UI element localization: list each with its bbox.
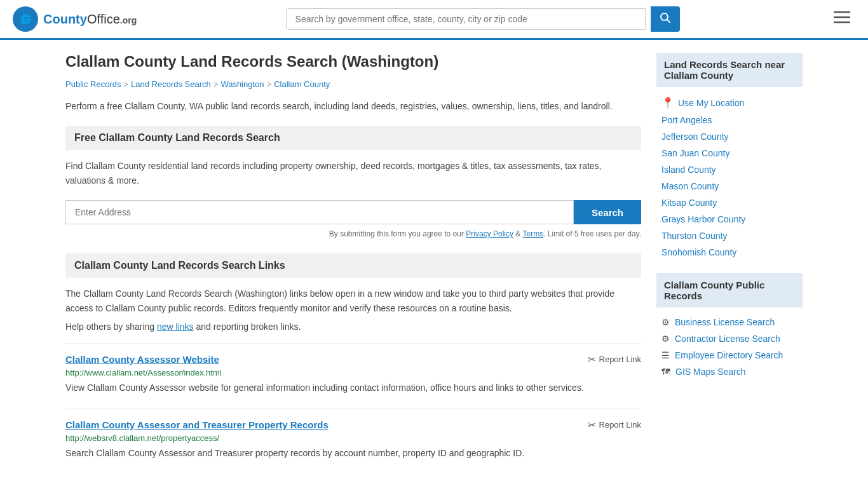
sidebar-item-san-juan-county[interactable]: San Juan County (656, 145, 803, 161)
sidebar-business-license[interactable]: ⚙ Business License Search (656, 314, 803, 330)
sidebar-contractor-license[interactable]: ⚙ Contractor License Search (656, 330, 803, 347)
jefferson-county-link[interactable]: Jefferson County (661, 132, 729, 142)
sidebar-nearby-header: Land Records Search near Clallam County (656, 53, 803, 87)
gear-icon-contractor: ⚙ (661, 334, 670, 344)
link-card-header-1: Clallam County Assessor Website ✂ Report… (65, 354, 641, 365)
sidebar-item-kitsap-county[interactable]: Kitsap County (656, 194, 803, 211)
sidebar-public-records-section: Clallam County Public Records ⚙ Business… (656, 273, 803, 380)
free-search-desc: Find Clallam County residential land rec… (65, 159, 641, 187)
sidebar-gis-maps[interactable]: 🗺 GIS Maps Search (656, 363, 803, 380)
menu-icon[interactable] (829, 8, 855, 30)
link-card-url-1: http://www.clallam.net/Assessor/index.ht… (65, 368, 641, 377)
share-note: Help others by sharing new links and rep… (65, 322, 641, 332)
sidebar-use-my-location[interactable]: 📍 Use My Location (656, 93, 803, 112)
link-card-assessor: Clallam County Assessor Website ✂ Report… (65, 343, 641, 395)
free-search-header: Free Clallam County Land Records Search (65, 126, 641, 150)
form-note: By submitting this form you agree to our… (65, 229, 641, 238)
terms-link[interactable]: Terms (522, 229, 543, 238)
links-section-header: Clallam County Land Records Search Links (65, 254, 641, 278)
island-county-link[interactable]: Island County (661, 165, 716, 175)
report-link-btn-1[interactable]: ✂ Report Link (588, 354, 641, 365)
svg-text:🌐: 🌐 (20, 14, 32, 25)
link-card-url-2: http://websrv8.clallam.net/propertyacces… (65, 433, 641, 443)
san-juan-county-link[interactable]: San Juan County (661, 148, 729, 158)
sidebar: Land Records Search near Clallam County … (656, 53, 803, 474)
snohomish-county-link[interactable]: Snohomish County (661, 247, 736, 257)
gis-maps-link[interactable]: GIS Maps Search (675, 367, 746, 377)
new-links-link[interactable]: new links (157, 322, 194, 332)
address-search-form: Search By submitting this form you agree… (65, 200, 641, 238)
header-search-area (286, 6, 680, 32)
sidebar-item-port-angeles[interactable]: Port Angeles (656, 112, 803, 128)
links-description: The Clallam County Land Records Search (… (65, 287, 641, 315)
sidebar-item-jefferson-county[interactable]: Jefferson County (656, 128, 803, 145)
sidebar-item-mason-county[interactable]: Mason County (656, 178, 803, 194)
sidebar-item-grays-harbor-county[interactable]: Grays Harbor County (656, 211, 803, 227)
grays-harbor-county-link[interactable]: Grays Harbor County (661, 214, 745, 224)
logo: 🌐 CountyOffice.org (13, 6, 137, 32)
sidebar-employee-directory[interactable]: ☰ Employee Directory Search (656, 347, 803, 363)
logo-icon: 🌐 (13, 6, 38, 32)
links-section: Clallam County Land Records Search Links… (65, 254, 641, 460)
sidebar-public-records-header: Clallam County Public Records (656, 273, 803, 308)
breadcrumb-land-records[interactable]: Land Records Search (131, 79, 211, 89)
main-content: Clallam County Land Records Search (Wash… (65, 53, 641, 474)
kitsap-county-link[interactable]: Kitsap County (661, 198, 717, 208)
breadcrumb: Public Records > Land Records Search > W… (65, 79, 641, 89)
employee-directory-link[interactable]: Employee Directory Search (675, 350, 783, 360)
link-card-title-1[interactable]: Clallam County Assessor Website (65, 354, 219, 365)
report-icon-2: ✂ (588, 419, 596, 431)
sidebar-item-snohomish-county[interactable]: Snohomish County (656, 244, 803, 261)
link-card-desc-1: View Clallam County Assessor website for… (65, 381, 641, 395)
page-container: Clallam County Land Records Search (Wash… (53, 40, 815, 487)
gear-icon-business: ⚙ (661, 317, 670, 327)
thurston-county-link[interactable]: Thurston County (661, 231, 728, 241)
breadcrumb-public-records[interactable]: Public Records (65, 79, 121, 89)
breadcrumb-clallam-county[interactable]: Clallam County (274, 79, 330, 89)
list-icon-employee: ☰ (661, 350, 670, 360)
logo-text: CountyOffice.org (43, 12, 137, 27)
header-search-input[interactable] (286, 8, 646, 30)
map-icon-gis: 🗺 (661, 367, 670, 377)
link-card-header-2: Clallam County Assessor and Treasurer Pr… (65, 419, 641, 431)
sidebar-item-island-county[interactable]: Island County (656, 161, 803, 178)
port-angeles-link[interactable]: Port Angeles (661, 115, 712, 125)
search-button[interactable]: Search (574, 200, 641, 224)
contractor-license-link[interactable]: Contractor License Search (675, 334, 780, 344)
report-link-btn-2[interactable]: ✂ Report Link (588, 419, 641, 431)
location-icon: 📍 (661, 97, 674, 109)
site-header: 🌐 CountyOffice.org (0, 0, 868, 40)
privacy-policy-link[interactable]: Privacy Policy (466, 229, 513, 238)
sidebar-nearby-section: Land Records Search near Clallam County … (656, 53, 803, 261)
address-input[interactable] (65, 200, 574, 224)
sidebar-item-thurston-county[interactable]: Thurston County (656, 227, 803, 244)
mason-county-link[interactable]: Mason County (661, 181, 719, 191)
page-title: Clallam County Land Records Search (Wash… (65, 53, 641, 71)
report-icon-1: ✂ (588, 354, 596, 365)
link-card-title-2[interactable]: Clallam County Assessor and Treasurer Pr… (65, 419, 329, 430)
business-license-link[interactable]: Business License Search (675, 317, 775, 327)
search-form-row: Search (65, 200, 641, 224)
header-search-button[interactable] (651, 6, 680, 32)
use-my-location-link[interactable]: Use My Location (678, 98, 744, 108)
link-card-treasurer: Clallam County Assessor and Treasurer Pr… (65, 409, 641, 460)
breadcrumb-washington[interactable]: Washington (220, 79, 264, 89)
link-card-desc-2: Search Clallam County Assessor and Treas… (65, 447, 641, 460)
page-description: Perform a free Clallam County, WA public… (65, 99, 641, 113)
svg-line-3 (667, 20, 670, 23)
